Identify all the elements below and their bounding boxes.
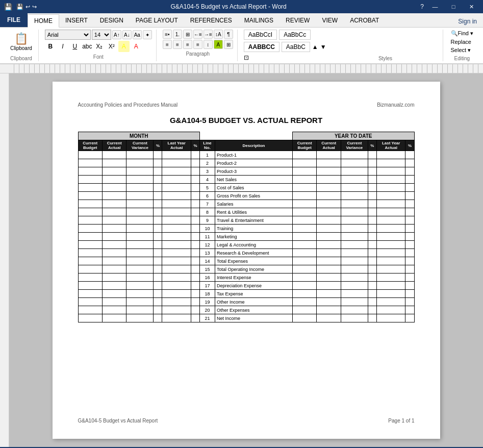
description-cell: Total Operating Income [215,265,293,273]
description-cell: Product-1 [215,151,293,159]
superscript-btn[interactable]: X² [106,41,117,52]
subscript-btn[interactable]: X₂ [94,41,105,52]
month-header: MONTH [78,132,199,140]
line-spacing-btn[interactable]: ↕ [204,40,213,49]
tab-view[interactable]: VIEW [316,14,344,27]
bullets-btn[interactable]: ≡• [163,30,172,39]
table-row: 8Rent & Utilities [78,208,414,216]
align-center-btn[interactable]: ≡ [173,40,182,49]
table-row: 1Product-1 [78,151,414,159]
table-row: 13Research & Development [78,249,414,257]
text-highlight-btn[interactable]: A [118,41,130,52]
description-cell: Other Income [215,298,293,306]
sign-in-link[interactable]: Sign in [452,16,483,27]
increase-indent-btn[interactable]: →≡ [204,30,213,39]
col-lastyear-month: Last YearActual [162,140,191,151]
vertical-ruler [0,73,9,447]
paste-label: Clipboard [10,45,32,51]
page: Accounting Policies and Procedures Manua… [53,82,440,439]
editing-group: 🔍 Find ▾ Replace Select ▾ Editing [445,30,479,61]
clipboard-label: Clipboard [8,55,34,61]
bold-btn[interactable]: B [45,41,56,52]
description-cell: Tax Expense [215,290,293,298]
col-current-budget-ytd: CurrentBudget [292,140,316,151]
change-case-btn[interactable]: Aa [133,30,142,39]
doc-header-left: Accounting Policies and Procedures Manua… [78,102,178,108]
save-icon[interactable]: 💾 [16,4,23,10]
numbering-btn[interactable]: 1. [173,30,182,39]
styles-scroll-up[interactable]: ▲ [312,43,318,51]
shading-btn[interactable]: A [214,40,223,49]
title-bar-left: 💾 💾 ↩ ↪ [4,3,37,11]
borders-btn[interactable]: ⊞ [224,40,233,49]
description-cell: Total Expenses [215,257,293,265]
find-btn[interactable]: 🔍 Find ▾ [449,30,475,37]
styles-scroll-down[interactable]: ▼ [320,43,326,51]
align-left-btn[interactable]: ≡ [163,40,172,49]
close-btn[interactable]: ✕ [465,2,479,12]
multilevel-btn[interactable]: ⊞ [183,30,192,39]
font-color-btn[interactable]: A [131,41,142,52]
tab-references[interactable]: REFERENCES [184,14,238,27]
description-cell: Training [215,225,293,233]
paragraph-label: Paragraph [163,50,233,57]
doc-header: Accounting Policies and Procedures Manua… [78,102,415,108]
description-cell: Cost of Sales [215,184,293,192]
paragraph-group: ≡• 1. ⊞ ←≡ →≡ ↕A ¶ ≡ ≡ ≡ ≡ ↕ A ⊞ Paragra… [159,30,238,61]
tab-insert[interactable]: INSERT [59,14,94,27]
replace-btn[interactable]: Replace [449,38,475,45]
decrease-indent-btn[interactable]: ←≡ [193,30,202,39]
align-right-btn[interactable]: ≡ [183,40,192,49]
col-pct-month: % [154,140,162,151]
help-btn[interactable]: ? [420,3,424,10]
undo-icon[interactable]: ↩ [26,4,30,10]
tab-file[interactable]: FILE [0,13,28,27]
font-shrink-btn[interactable]: A↓ [122,30,132,39]
ytd-header: YEAR TO DATE [292,132,414,140]
col-current-variance-month: CurrentVariance [126,140,154,151]
tab-review[interactable]: REVIEW [279,14,316,27]
strikethrough-btn[interactable]: abc [82,41,93,52]
description-cell: Other Expenses [215,306,293,314]
col-current-budget-month: CurrentBudget [78,140,102,151]
tab-mailings[interactable]: MAILINGS [238,14,279,27]
table-row: 7Salaries [78,200,414,208]
tab-page-layout[interactable]: PAGE LAYOUT [130,14,184,27]
paste-btn[interactable]: 📋 Clipboard [8,31,34,52]
underline-btn[interactable]: U [69,41,81,52]
restore-btn[interactable]: □ [446,2,461,12]
doc-footer: G&A104-5 Budget vs Actual Report Page 1 … [78,418,415,424]
styles-expand[interactable]: ⊡ [244,54,249,61]
minimize-btn[interactable]: — [428,2,442,12]
font-family-select[interactable]: Arial [45,30,91,40]
style-no-space[interactable]: AaBbCc [279,30,311,40]
col-current-actual-month: CurrentActual [102,140,126,151]
style-heading4[interactable]: AaBbC [282,42,310,52]
clear-format-btn[interactable]: ✦ [143,30,152,39]
title-bar: 💾 💾 ↩ ↪ G&A104-5 Budget vs Actual Report… [0,0,483,13]
ruler [0,64,483,73]
tab-acrobat[interactable]: ACROBAT [344,14,385,27]
description-cell: Legal & Accounting [215,241,293,249]
redo-icon[interactable]: ↪ [32,4,37,10]
doc-area[interactable]: Accounting Policies and Procedures Manua… [9,73,483,447]
style-heading3[interactable]: AABBCC [244,42,279,52]
report-title: G&A104-5 BUDGET VS. ACTUAL REPORT [78,116,415,125]
table-row: 5Cost of Sales [78,184,414,192]
justify-btn[interactable]: ≡ [193,40,202,49]
col-current-variance-ytd: CurrentVariance [341,140,368,151]
table-row: 17Depreciation Expense [78,282,414,290]
ribbon-tabs: FILE HOME INSERT DESIGN PAGE LAYOUT REFE… [0,13,483,28]
italic-btn[interactable]: I [57,41,68,52]
description-cell: Depreciation Expense [215,282,293,290]
tab-home[interactable]: HOME [28,14,59,28]
style-normal[interactable]: AaBbCcI [244,30,277,40]
sort-btn[interactable]: ↕A [214,30,223,39]
show-para-btn[interactable]: ¶ [224,30,233,39]
tab-design[interactable]: DESIGN [94,14,130,27]
description-cell: Marketing [215,233,293,241]
select-btn[interactable]: Select ▾ [449,46,475,54]
font-size-select[interactable]: 14 [92,30,111,40]
font-grow-btn[interactable]: A↑ [112,30,121,39]
table-row: 2Product-2 [78,159,414,167]
